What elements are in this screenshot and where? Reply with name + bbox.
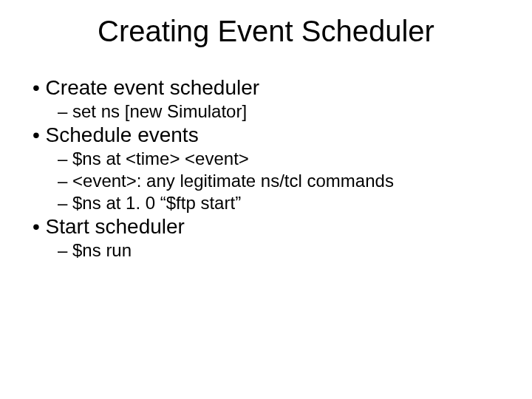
sub-bullet-set-ns: set ns [new Simulator] <box>16 101 532 122</box>
slide-title: Creating Event Scheduler <box>0 15 532 48</box>
bullet-start-scheduler: Start scheduler <box>16 215 532 239</box>
bullet-create-event-scheduler: Create event scheduler <box>16 76 532 100</box>
sub-bullet-ns-at-ftp: $ns at 1. 0 “$ftp start” <box>16 193 532 214</box>
sub-bullet-event-desc: <event>: any legitimate ns/tcl commands <box>16 171 532 191</box>
slide: Creating Event Scheduler Create event sc… <box>0 0 532 399</box>
slide-content: Create event scheduler set ns [new Simul… <box>0 76 532 261</box>
sub-bullet-ns-run: $ns run <box>16 240 532 261</box>
bullet-schedule-events: Schedule events <box>16 123 532 147</box>
sub-bullet-ns-at-time: $ns at <time> <event> <box>16 149 532 169</box>
